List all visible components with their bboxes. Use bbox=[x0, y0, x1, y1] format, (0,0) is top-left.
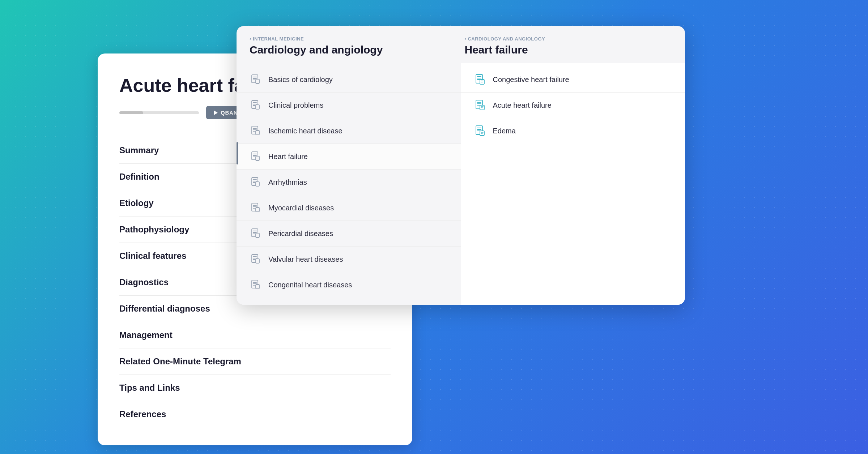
topic-icon-valvular bbox=[250, 253, 262, 265]
svg-rect-9 bbox=[256, 182, 259, 186]
nav-right-header: CARDIOLOGY AND ANGIOLOGY Heart failure bbox=[465, 36, 672, 56]
svg-rect-13 bbox=[256, 233, 259, 237]
nav-topic-myocardial[interactable]: Myocardial diseases bbox=[237, 195, 461, 221]
topic-label-clinical: Clinical problems bbox=[268, 101, 323, 110]
topic-label-arrhythmias: Arrhythmias bbox=[268, 178, 307, 187]
nav-sub-congestive[interactable]: Congestive heart failure bbox=[461, 67, 685, 93]
nav-topic-basics-of-cardiology[interactable]: Basics of cardiology bbox=[237, 67, 461, 93]
svg-rect-11 bbox=[256, 207, 259, 212]
topic-icon-myocardial bbox=[250, 202, 262, 214]
nav-sub-acute[interactable]: Acute heart failure bbox=[461, 93, 685, 118]
progress-bar bbox=[119, 111, 199, 114]
toc-item-omt[interactable]: Related One-Minute Telegram bbox=[119, 348, 391, 375]
topic-icon-congenital bbox=[250, 279, 262, 291]
nav-sub-edema[interactable]: Edema bbox=[461, 118, 685, 144]
topic-icon-pericardial bbox=[250, 227, 262, 240]
sub-label-congestive: Congestive heart failure bbox=[493, 76, 569, 84]
sub-label-edema: Edema bbox=[493, 127, 516, 135]
topic-label-congenital: Congenital heart diseases bbox=[268, 281, 352, 289]
nav-right-breadcrumb: CARDIOLOGY AND ANGIOLOGY bbox=[465, 36, 672, 42]
topic-icon-arrhythmias bbox=[250, 176, 262, 188]
topic-label-valvular: Valvular heart diseases bbox=[268, 255, 343, 264]
svg-rect-3 bbox=[256, 105, 259, 109]
nav-left-header: INTERNAL MEDICINE Cardiology and angiolo… bbox=[250, 36, 457, 56]
nav-topic-ischemic[interactable]: Ischemic heart disease bbox=[237, 118, 461, 144]
nav-topic-heart-failure[interactable]: Heart failure bbox=[237, 144, 461, 170]
topic-icon-basics bbox=[250, 73, 262, 86]
toc-item-tips-links[interactable]: Tips and Links bbox=[119, 375, 391, 401]
sub-icon-congestive bbox=[474, 73, 486, 86]
nav-topic-pericardial[interactable]: Pericardial diseases bbox=[237, 221, 461, 247]
nav-card: INTERNAL MEDICINE Cardiology and angiolo… bbox=[237, 26, 685, 305]
svg-rect-1 bbox=[256, 79, 259, 83]
nav-topic-valvular[interactable]: Valvular heart diseases bbox=[237, 247, 461, 272]
toc-item-management[interactable]: Management bbox=[119, 322, 391, 348]
nav-topic-arrhythmias[interactable]: Arrhythmias bbox=[237, 170, 461, 195]
sub-label-acute: Acute heart failure bbox=[493, 101, 552, 110]
topic-icon-heart-failure bbox=[250, 150, 262, 163]
nav-topic-congenital[interactable]: Congenital heart diseases bbox=[237, 272, 461, 297]
play-icon bbox=[214, 111, 218, 115]
topic-label-myocardial: Myocardial diseases bbox=[268, 204, 334, 212]
progress-fill bbox=[119, 111, 143, 114]
svg-rect-5 bbox=[256, 130, 259, 135]
nav-right-column: Congestive heart failure Acute heart fai… bbox=[461, 63, 685, 305]
topic-icon-ischemic bbox=[250, 125, 262, 137]
svg-rect-7 bbox=[256, 156, 259, 160]
nav-header: INTERNAL MEDICINE Cardiology and angiolo… bbox=[237, 26, 685, 63]
topic-icon-clinical bbox=[250, 99, 262, 111]
nav-right-title: Heart failure bbox=[465, 44, 672, 56]
topic-label-ischemic: Ischemic heart disease bbox=[268, 127, 342, 135]
svg-rect-17 bbox=[256, 284, 259, 289]
svg-rect-15 bbox=[256, 259, 259, 263]
toc-item-references[interactable]: References bbox=[119, 401, 391, 427]
nav-header-divider bbox=[461, 36, 461, 56]
nav-left-breadcrumb: INTERNAL MEDICINE bbox=[250, 36, 457, 42]
active-indicator bbox=[237, 142, 238, 164]
nav-body: Basics of cardiology Clinical problems bbox=[237, 63, 685, 305]
sub-icon-acute bbox=[474, 99, 486, 111]
sub-icon-edema bbox=[474, 125, 486, 137]
nav-left-title: Cardiology and angiology bbox=[250, 44, 457, 56]
topic-label-pericardial: Pericardial diseases bbox=[268, 230, 333, 238]
topic-label-heart-failure: Heart failure bbox=[268, 153, 308, 161]
nav-left-column: Basics of cardiology Clinical problems bbox=[237, 63, 461, 305]
nav-topic-clinical-problems[interactable]: Clinical problems bbox=[237, 93, 461, 118]
topic-label-basics: Basics of cardiology bbox=[268, 76, 333, 84]
